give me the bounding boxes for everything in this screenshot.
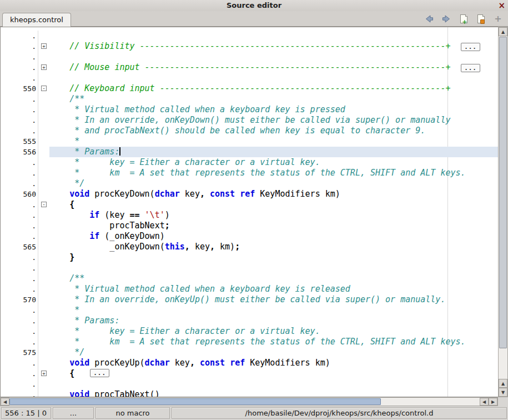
bookmark-gutter-cell[interactable] bbox=[1, 126, 8, 136]
code-text[interactable]: if (key == '\t') bbox=[49, 210, 498, 221]
code-line[interactable]: . bbox=[1, 52, 498, 62]
code-line[interactable]: .+ {... bbox=[1, 368, 498, 379]
code-line[interactable]: . * bbox=[1, 305, 498, 316]
code-line[interactable]: . void procKeyUp(dchar key, const ref Ke… bbox=[1, 358, 498, 368]
line-number[interactable]: 570 bbox=[8, 294, 38, 305]
code-line[interactable]: . bbox=[1, 31, 498, 41]
code-line[interactable]: . if (key == '\t') bbox=[1, 210, 498, 221]
code-text[interactable]: } bbox=[49, 252, 498, 263]
bookmark-gutter-cell[interactable] bbox=[1, 52, 8, 62]
code-text[interactable]: {... bbox=[49, 368, 498, 379]
line-number[interactable]: . bbox=[8, 358, 38, 368]
line-number[interactable]: . bbox=[8, 316, 38, 326]
bookmark-gutter-cell[interactable] bbox=[1, 157, 8, 168]
code-line[interactable]: . * km = A set that represents the statu… bbox=[1, 168, 498, 178]
line-number[interactable]: . bbox=[8, 157, 38, 168]
code-line[interactable]: 555 * bbox=[1, 136, 498, 147]
line-number[interactable]: . bbox=[8, 126, 38, 136]
line-number[interactable]: . bbox=[8, 221, 38, 231]
bookmark-gutter-cell[interactable] bbox=[1, 221, 8, 231]
code-line[interactable]: . * Virtual method called when a keyboar… bbox=[1, 104, 498, 115]
bookmark-gutter-cell[interactable] bbox=[1, 242, 8, 252]
bookmark-gutter-cell[interactable] bbox=[1, 358, 8, 368]
vertical-scroll-track[interactable] bbox=[499, 36, 507, 379]
code-line[interactable]: . * key = Either a character or a virtua… bbox=[1, 157, 498, 168]
scroll-up-button[interactable]: ▲ bbox=[499, 27, 507, 36]
code-text[interactable]: * In an override, onKeyUp() must either … bbox=[49, 294, 498, 305]
code-line[interactable]: . * In an override, onKeyDown() must eit… bbox=[1, 115, 498, 126]
bookmark-gutter-cell[interactable] bbox=[1, 210, 8, 221]
line-number[interactable]: . bbox=[8, 379, 38, 389]
code-line[interactable]: .+ // Visibility -----------------------… bbox=[1, 41, 498, 52]
new-document-button[interactable]: + bbox=[457, 13, 470, 25]
line-number[interactable]: . bbox=[8, 263, 38, 273]
code-line[interactable]: 550- // Keyboard input -----------------… bbox=[1, 83, 498, 94]
code-line[interactable]: . /** bbox=[1, 273, 498, 284]
code-line[interactable]: . * Virtual method called when a keyboar… bbox=[1, 284, 498, 294]
line-number[interactable]: 575 bbox=[8, 347, 38, 358]
code-text[interactable]: * Params: bbox=[49, 316, 498, 326]
code-line[interactable]: . void procTabNext() bbox=[1, 389, 498, 397]
bookmark-gutter-cell[interactable] bbox=[1, 168, 8, 178]
bookmark-gutter-cell[interactable] bbox=[1, 147, 8, 157]
code-line[interactable]: . bbox=[1, 263, 498, 273]
bookmark-gutter-cell[interactable] bbox=[1, 294, 8, 305]
line-number[interactable]: . bbox=[8, 31, 38, 41]
bookmark-gutter-cell[interactable] bbox=[1, 104, 8, 115]
code-text[interactable] bbox=[49, 379, 498, 389]
code-text[interactable] bbox=[49, 73, 498, 83]
code-text[interactable]: * km = A set that represents the status … bbox=[49, 337, 498, 347]
code-text[interactable]: * Virtual method called when a keyboard … bbox=[49, 284, 498, 294]
folded-code-ellipsis[interactable]: ... bbox=[461, 43, 480, 51]
line-number[interactable]: . bbox=[8, 273, 38, 284]
code-line[interactable]: . if (_onKeyDown) bbox=[1, 231, 498, 242]
code-text[interactable]: // Visibility --------------------------… bbox=[49, 41, 498, 52]
code-text[interactable]: * and procTabNext() should be called whe… bbox=[49, 126, 498, 136]
code-text[interactable]: * key = Either a character or a virtual … bbox=[49, 326, 498, 337]
bookmark-gutter-cell[interactable] bbox=[1, 379, 8, 389]
bookmark-gutter-cell[interactable] bbox=[1, 284, 8, 294]
bookmark-gutter-cell[interactable] bbox=[1, 31, 8, 41]
line-number[interactable]: . bbox=[8, 305, 38, 316]
fold-toggle-icon[interactable]: - bbox=[41, 86, 47, 91]
line-number[interactable]: . bbox=[8, 389, 38, 397]
line-number[interactable]: . bbox=[8, 73, 38, 83]
line-number[interactable]: . bbox=[8, 337, 38, 347]
titlebar[interactable]: Source editor × bbox=[0, 0, 508, 11]
line-number[interactable]: . bbox=[8, 41, 38, 52]
code-text[interactable]: * bbox=[49, 305, 498, 316]
code-text[interactable] bbox=[49, 263, 498, 273]
code-line[interactable]: 570 * In an override, onKeyUp() must eit… bbox=[1, 294, 498, 305]
edit-document-button[interactable] bbox=[474, 13, 487, 25]
code-text[interactable]: * key = Either a character or a virtual … bbox=[49, 157, 498, 168]
bookmark-gutter-cell[interactable] bbox=[1, 263, 8, 273]
code-line[interactable]: . * Params: bbox=[1, 316, 498, 326]
bookmark-gutter-cell[interactable] bbox=[1, 273, 8, 284]
code-text[interactable]: _onKeyDown(this, key, km); bbox=[49, 242, 498, 252]
scroll-up-button-secondary[interactable]: ▲ bbox=[499, 379, 507, 388]
code-line[interactable]: 560 void procKeyDown(dchar key, const re… bbox=[1, 189, 498, 199]
scroll-left-button[interactable]: ◀ bbox=[1, 398, 9, 406]
folded-code-ellipsis[interactable]: ... bbox=[90, 369, 109, 377]
bookmark-gutter-cell[interactable] bbox=[1, 252, 8, 263]
horizontal-scroll-track[interactable] bbox=[9, 398, 480, 406]
line-number[interactable]: . bbox=[8, 104, 38, 115]
scroll-right-button[interactable]: ▶ bbox=[489, 398, 497, 406]
code-line[interactable]: .- { bbox=[1, 199, 498, 210]
go-forward-button[interactable] bbox=[440, 13, 453, 25]
bookmark-gutter-cell[interactable] bbox=[1, 389, 8, 397]
code-text[interactable]: * km = A set that represents the status … bbox=[49, 168, 498, 178]
code-text[interactable]: // Mouse input -------------------------… bbox=[49, 62, 498, 73]
code-line[interactable]: . bbox=[1, 379, 498, 389]
tab-kheops-control[interactable]: kheops.control bbox=[2, 13, 71, 27]
vertical-scroll-thumb[interactable] bbox=[499, 37, 507, 348]
code-text[interactable]: */ bbox=[49, 178, 498, 189]
code-text[interactable]: /** bbox=[49, 94, 498, 104]
bookmark-gutter-cell[interactable] bbox=[1, 94, 8, 104]
bookmark-gutter-cell[interactable] bbox=[1, 337, 8, 347]
code-line[interactable]: . * key = Either a character or a virtua… bbox=[1, 326, 498, 337]
bookmark-gutter-cell[interactable] bbox=[1, 41, 8, 52]
line-number[interactable]: . bbox=[8, 284, 38, 294]
line-number[interactable]: 550 bbox=[8, 83, 38, 94]
code-text[interactable]: if (_onKeyDown) bbox=[49, 231, 498, 242]
